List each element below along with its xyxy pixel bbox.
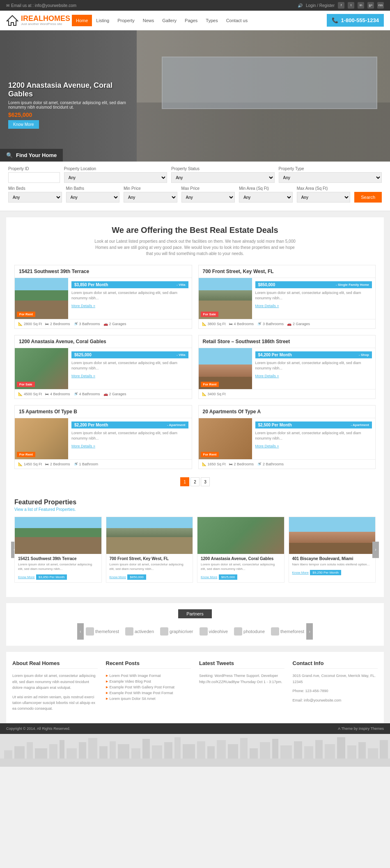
footer-bottom: Copyright © 2014. All Rights Reserved. A…	[0, 723, 390, 734]
footer-post-item[interactable]: Lorem ipsum Dolor Sit Amet	[106, 696, 191, 702]
featured-image	[289, 517, 376, 554]
status-select[interactable]: Any	[171, 172, 274, 183]
partners-prev-button[interactable]: ‹	[77, 623, 84, 640]
hero-title: 1200 Anastasia Avenue, Coral Gables	[8, 81, 131, 98]
stat-icon: 📐	[202, 322, 206, 326]
property-card-1: 15421 Southwest 39th Terrace For Rent $3…	[14, 265, 192, 329]
partners-section: Partners ‹ themeforest activeden graphic…	[6, 603, 384, 646]
stat-icon: 🚿	[73, 392, 78, 396]
card-badge: For Rent	[17, 452, 35, 457]
featured-description: Lorem ipsum dolor sit amet, consectetur …	[110, 562, 190, 571]
page-1-button[interactable]: 1	[180, 477, 189, 486]
minbaths-field: Min Baths Any	[66, 186, 120, 203]
svg-rect-11	[99, 746, 108, 759]
facebook-icon[interactable]: f	[338, 2, 344, 9]
hero-cta-button[interactable]: Know More	[8, 120, 39, 129]
card-more-link[interactable]: More Details »	[71, 374, 95, 378]
page-3-button[interactable]: 3	[201, 477, 210, 486]
card-stat: 🛏2 Bedrooms	[45, 462, 70, 466]
minprice-select[interactable]: Any	[124, 192, 177, 203]
hero-content: 1200 Anastasia Avenue, Coral Gables Lore…	[8, 81, 131, 129]
maxprice-select[interactable]: Any	[181, 192, 235, 203]
partners-title-bar: Partners	[12, 609, 378, 618]
phone-icon: 📞	[332, 17, 338, 23]
card-more-link[interactable]: More Details »	[255, 444, 279, 448]
svg-rect-31	[315, 740, 323, 759]
footer-post-item[interactable]: Example Post With Gallery Post Format	[106, 684, 191, 690]
type-select[interactable]: Any	[279, 172, 382, 183]
footer-posts-list: Lorem Post With Image FormatExample Vide…	[106, 673, 191, 702]
nav-contact[interactable]: Contact us	[222, 15, 252, 26]
partners-title: Partners	[178, 609, 212, 618]
twitter-icon[interactable]: t	[348, 2, 354, 9]
featured-more-link[interactable]: Know More	[292, 571, 309, 574]
hero-section: 1200 Anastasia Avenue, Coral Gables Lore…	[0, 30, 390, 162]
featured-card-0: 15421 Southwest 39th Terrace Lorem ipsum…	[14, 517, 102, 583]
nav-news[interactable]: News	[139, 15, 158, 26]
search-row-2: Min Beds Any Min Baths Any Min Price Any…	[8, 186, 382, 203]
nav-pages[interactable]: Pages	[181, 15, 202, 26]
featured-more-link[interactable]: Know More	[110, 575, 126, 579]
featured-more-link[interactable]: Know More	[201, 575, 217, 579]
card-footer: 📐1650 Sq Ft🛏2 Bedrooms🚿2 Bathrooms	[199, 459, 376, 469]
svg-rect-14	[131, 748, 140, 759]
status-field: Property Status Any	[171, 166, 274, 183]
search-button[interactable]: Search	[354, 192, 382, 203]
card-price: $2,200 Per Month	[74, 423, 108, 427]
minarea-select[interactable]: Any	[239, 192, 293, 203]
footer-post-item[interactable]: Lorem Post With Image Format	[106, 673, 191, 679]
footer-post-item[interactable]: Example Video Blog Post	[106, 679, 191, 684]
svg-rect-23	[228, 744, 238, 759]
card-more-link[interactable]: More Details »	[255, 304, 279, 308]
card-stat: 🚗2 Garages	[103, 392, 126, 396]
property-id-input[interactable]	[8, 172, 60, 183]
card-footer: 📐3400 Sq Ft	[199, 389, 376, 399]
email-icon: ✉	[6, 3, 9, 8]
card-stat: 📐1450 Sq Ft	[18, 462, 42, 466]
featured-next-button[interactable]: ›	[372, 542, 379, 558]
card-stat: 📐3800 Sq Ft	[202, 322, 226, 326]
svg-rect-33	[337, 737, 345, 759]
card-more-link[interactable]: More Details »	[71, 304, 95, 308]
maxarea-select[interactable]: Any	[297, 192, 351, 203]
nav-gallery[interactable]: Gallery	[158, 15, 181, 26]
rss-icon[interactable]: rss	[377, 2, 384, 9]
nav-property[interactable]: Property	[113, 15, 139, 26]
themeforest2-icon	[271, 627, 279, 636]
pagination: 1 2 3	[14, 477, 376, 486]
card-price-bar: $2,200 Per Month - Apartment	[71, 421, 188, 428]
card-description: Lorem ipsum dolor sit amet, consectetur …	[71, 360, 188, 371]
nav-listing[interactable]: Listing	[92, 15, 113, 26]
card-more-link[interactable]: More Details »	[71, 444, 95, 448]
card-stat: 🛏2 Bedrooms	[45, 322, 70, 326]
card-more-link[interactable]: More Details »	[255, 374, 279, 378]
section-title: We are Offering the Best Real Estate Dea…	[14, 226, 376, 235]
stat-icon: 🛏	[229, 462, 233, 466]
partner-videohive: videohive	[200, 627, 228, 636]
footer-post-item[interactable]: Example Post With Image Post Format	[106, 690, 191, 696]
featured-more-link[interactable]: Know More	[18, 575, 34, 579]
property-grid: 15421 Southwest 39th Terrace For Rent $3…	[14, 265, 376, 469]
minbeds-select[interactable]: Any	[8, 192, 62, 203]
googleplus-icon[interactable]: g+	[367, 2, 374, 9]
location-field: Property Location Any	[64, 166, 167, 183]
card-type: - Shop	[359, 353, 369, 357]
svg-rect-36	[368, 748, 378, 759]
featured-address: 15421 Southwest 39th Terrace	[18, 556, 98, 561]
top-right: 🔊 Login / Register f t in g+ rss	[298, 2, 384, 9]
svg-rect-30	[304, 746, 313, 759]
card-body: For Rent $2,200 Per Month - Apartment Lo…	[15, 418, 192, 459]
page-2-button[interactable]: 2	[190, 477, 200, 486]
footer-contact-phone: Phone: 123-456-7890	[293, 688, 378, 694]
nav-home[interactable]: Home	[72, 15, 92, 26]
minbaths-select[interactable]: Any	[66, 192, 120, 203]
nav-types[interactable]: Types	[202, 15, 222, 26]
login-link[interactable]: Login / Register	[306, 3, 335, 8]
partner-activeden: activeden	[125, 627, 154, 636]
linkedin-icon[interactable]: in	[358, 2, 364, 9]
partners-next-button[interactable]: ›	[306, 623, 313, 640]
card-stat: 🚿3 Bathrooms	[73, 322, 100, 326]
location-select[interactable]: Any	[64, 172, 167, 183]
featured-info: 700 Front Street, Key West, FL Lorem ips…	[106, 554, 193, 582]
svg-rect-17	[164, 742, 172, 759]
